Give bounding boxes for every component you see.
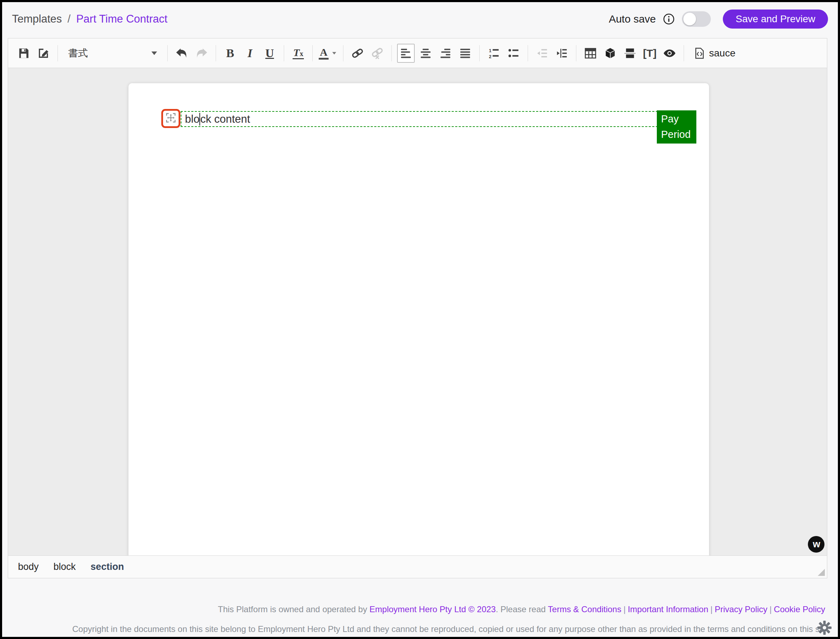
indent-icon	[556, 47, 568, 59]
chevron-down-icon	[151, 51, 157, 55]
footer-separator: |	[711, 604, 712, 614]
paragraph-format-dropdown[interactable]: 書式	[63, 44, 162, 63]
merge-tag-line2: Period	[661, 127, 694, 142]
save-and-preview-button[interactable]: Save and Preview	[723, 10, 828, 29]
footer-legal-line: This Platform is owned and operated by E…	[218, 604, 825, 614]
toolbar-separator	[312, 45, 313, 61]
breadcrumb-templates[interactable]: Templates	[12, 13, 62, 25]
svg-text:2: 2	[489, 54, 491, 59]
info-icon[interactable]	[663, 13, 675, 25]
editor-canvas: block content Pay Period w	[8, 68, 827, 555]
top-bar-actions: Auto save Save and Preview	[609, 10, 828, 29]
toolbar-separator	[576, 45, 576, 61]
toggle-knob	[683, 13, 696, 25]
unlink-icon	[371, 47, 384, 60]
bold-icon: B	[226, 47, 234, 59]
redo-button[interactable]	[193, 44, 210, 63]
insert-table-button[interactable]	[582, 44, 599, 63]
footer-link-privacy-policy[interactable]: Privacy Policy	[715, 604, 767, 614]
footer-link-employment-hero[interactable]: Employment Hero Pty Ltd © 2023	[370, 604, 496, 614]
remove-format-button[interactable]: Tx	[289, 44, 307, 63]
source-document-icon	[693, 47, 706, 59]
align-center-icon	[420, 47, 432, 59]
editor-frame: 書式 B I U Tx	[8, 38, 827, 579]
merge-tag-line1: Pay	[661, 111, 694, 127]
document-page[interactable]: block content Pay Period	[129, 83, 709, 555]
editor-toolbar: 書式 B I U Tx	[8, 38, 827, 68]
justify-button[interactable]	[456, 44, 474, 63]
footer-link-terms[interactable]: Terms & Conditions	[548, 604, 621, 614]
align-center-button[interactable]	[417, 44, 435, 63]
block-drag-handle[interactable]	[161, 109, 180, 128]
resize-grip[interactable]	[818, 569, 825, 576]
bold-button[interactable]: B	[221, 44, 239, 63]
path-item-block[interactable]: block	[54, 561, 76, 572]
bulleted-list-button[interactable]	[505, 44, 522, 63]
editable-block[interactable]: block content	[181, 111, 658, 127]
toolbar-separator	[528, 45, 528, 61]
redo-icon	[195, 47, 208, 60]
footer-text: . Please read	[496, 604, 548, 614]
source-sauce-button[interactable]: sauce	[689, 44, 740, 63]
unlink-button[interactable]	[368, 44, 386, 63]
breadcrumb: Templates / Part Time Contract	[12, 13, 167, 25]
footer-copyright-line: Copyright in the documents on this site …	[72, 624, 824, 634]
align-left-button[interactable]	[397, 44, 415, 63]
chevron-down-icon	[332, 52, 336, 54]
edit-pencil-icon	[37, 47, 50, 60]
logo-letter: w	[813, 539, 819, 550]
path-item-section[interactable]: section	[91, 561, 124, 572]
top-bar: Templates / Part Time Contract Auto save…	[2, 2, 838, 36]
toolbar-separator	[391, 45, 392, 61]
cube-icon	[604, 47, 617, 60]
remove-format-icon: Tx	[293, 47, 304, 59]
italic-button[interactable]: I	[241, 44, 259, 63]
element-path-bar: body block section	[8, 555, 827, 578]
toolbar-separator	[479, 45, 480, 61]
indent-button[interactable]	[553, 44, 571, 63]
underline-icon: U	[265, 47, 274, 59]
numbered-list-button[interactable]: 1 2	[485, 44, 502, 63]
toolbar-separator	[57, 45, 58, 61]
template-editor-app: { "colors": { "accent_purple": "#7127e0"…	[0, 0, 840, 639]
breadcrumb-separator: /	[67, 13, 70, 25]
undo-button[interactable]	[173, 44, 191, 63]
footer-separator: |	[623, 604, 625, 614]
auto-save-label: Auto save	[609, 13, 656, 25]
block-text-before-caret: blo	[185, 113, 199, 126]
format-dropdown-label: 書式	[68, 46, 88, 60]
footer-separator: |	[770, 604, 771, 614]
footer-link-important-information[interactable]: Important Information	[628, 604, 708, 614]
insert-widget-button[interactable]	[601, 44, 619, 63]
text-color-button[interactable]: A	[318, 44, 338, 63]
link-icon	[351, 47, 364, 60]
preview-button[interactable]	[661, 44, 678, 63]
editor-brand-logo[interactable]: w	[808, 536, 824, 553]
move-crosshair-icon	[165, 112, 177, 125]
align-right-button[interactable]	[437, 44, 454, 63]
pay-period-merge-tag[interactable]: Pay Period	[657, 110, 697, 143]
italic-icon: I	[247, 47, 252, 59]
auto-save-toggle[interactable]	[682, 11, 711, 27]
outdent-button[interactable]	[533, 44, 551, 63]
eye-icon	[663, 46, 676, 60]
floppy-save-icon	[17, 47, 30, 60]
footer-text: This Platform is owned and operated by	[218, 604, 370, 614]
svg-text:1: 1	[489, 48, 491, 53]
footer-link-cookie-policy[interactable]: Cookie Policy	[774, 604, 825, 614]
insert-section-button[interactable]	[621, 44, 639, 63]
table-icon	[584, 47, 597, 60]
path-item-body[interactable]: body	[18, 561, 39, 572]
block-text-after-caret: ck content	[200, 113, 250, 126]
save-button-toolbar[interactable]	[15, 44, 32, 63]
numbered-list-icon: 1 2	[488, 47, 500, 59]
insert-placeholder-button[interactable]: [T]	[641, 44, 658, 63]
toolbar-separator	[684, 45, 684, 61]
gear-icon[interactable]	[816, 619, 833, 636]
text-color-icon: A	[319, 47, 328, 60]
underline-button[interactable]: U	[261, 44, 279, 63]
section-blocks-icon	[624, 47, 636, 60]
link-button[interactable]	[349, 44, 367, 63]
outdent-icon	[536, 47, 548, 59]
edit-template-button[interactable]	[35, 44, 52, 63]
